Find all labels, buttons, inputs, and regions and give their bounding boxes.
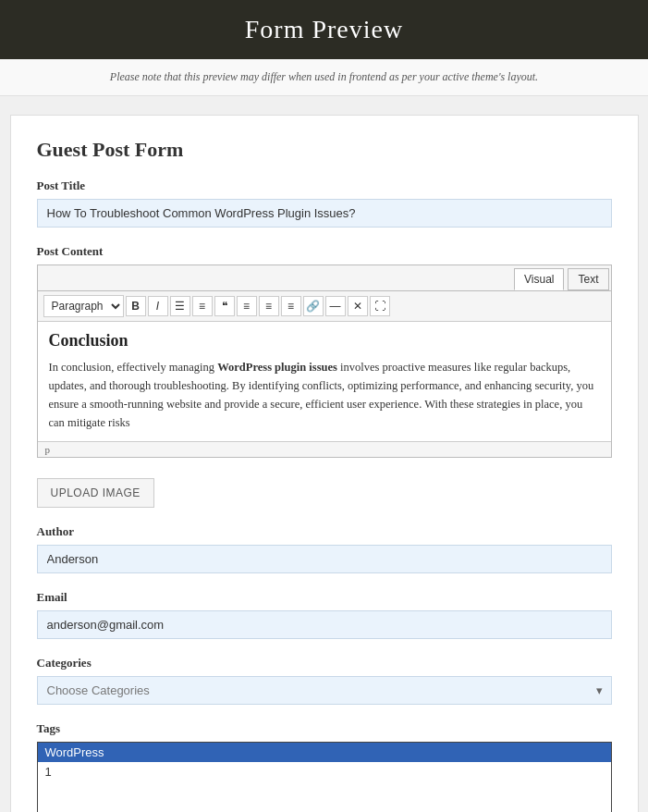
post-title-group: Post Title — [37, 178, 612, 228]
tab-visual[interactable]: Visual — [514, 268, 564, 290]
tags-group: Tags WordPress 1 — [37, 721, 612, 812]
editor-heading: Conclusion — [49, 331, 600, 351]
italic-btn[interactable]: I — [148, 296, 168, 316]
editor-status-bar: p — [38, 441, 611, 457]
editor-wrapper: Visual Text Paragraph B I ☰ ≡ ❝ ≡ ≡ ≡ 🔗 … — [37, 265, 612, 458]
post-title-input[interactable] — [37, 199, 612, 228]
categories-select-wrapper: Choose Categories — [37, 676, 612, 705]
post-title-label: Post Title — [37, 178, 612, 193]
hr-btn[interactable]: ― — [325, 296, 346, 316]
tab-text[interactable]: Text — [568, 268, 608, 290]
page-header: Form Preview — [0, 0, 648, 59]
editor-body[interactable]: Conclusion In conclusion, effectively ma… — [38, 322, 611, 441]
email-label: Email — [37, 590, 612, 605]
blockquote-btn[interactable]: ❝ — [214, 296, 235, 316]
form-title: Guest Post Form — [37, 138, 612, 162]
editor-status: p — [45, 444, 51, 455]
tag-1[interactable]: 1 — [38, 762, 611, 781]
categories-label: Categories — [37, 656, 612, 671]
email-input[interactable] — [37, 610, 612, 639]
editor-toolbar: Paragraph B I ☰ ≡ ❝ ≡ ≡ ≡ 🔗 ― ✕ ⛶ — [38, 291, 611, 322]
link-btn[interactable]: 🔗 — [303, 296, 324, 316]
upload-group: UPLOAD IMAGE — [37, 474, 612, 508]
author-input[interactable] — [37, 545, 612, 573]
align-right-btn[interactable]: ≡ — [281, 296, 301, 316]
align-left-btn[interactable]: ≡ — [237, 296, 257, 316]
form-container: Guest Post Form Post Title Post Content … — [10, 115, 639, 812]
post-content-label: Post Content — [37, 244, 612, 259]
email-group: Email — [37, 590, 612, 639]
tags-area[interactable]: WordPress 1 — [37, 742, 612, 812]
post-content-group: Post Content Visual Text Paragraph B I ☰… — [37, 244, 612, 458]
paragraph-select[interactable]: Paragraph — [43, 295, 124, 317]
editor-paragraph: In conclusion, effectively managing Word… — [49, 358, 600, 432]
author-label: Author — [37, 524, 612, 539]
editor-tabs: Visual Text — [38, 265, 611, 291]
ul-btn[interactable]: ☰ — [170, 296, 190, 316]
categories-select[interactable]: Choose Categories — [37, 676, 612, 705]
upload-image-button[interactable]: UPLOAD IMAGE — [37, 478, 154, 508]
tags-label: Tags — [37, 721, 612, 736]
page-title: Form Preview — [18, 15, 630, 44]
align-center-btn[interactable]: ≡ — [259, 296, 279, 316]
notice-text: Please note that this preview may differ… — [110, 70, 538, 83]
remove-btn[interactable]: ✕ — [348, 296, 368, 316]
ol-btn[interactable]: ≡ — [192, 296, 213, 316]
tag-wordpress[interactable]: WordPress — [38, 743, 611, 762]
editor-content: Conclusion In conclusion, effectively ma… — [38, 322, 611, 441]
bold-btn[interactable]: B — [126, 296, 146, 316]
categories-group: Categories Choose Categories — [37, 656, 612, 705]
notice-bar: Please note that this preview may differ… — [0, 59, 648, 96]
author-group: Author — [37, 524, 612, 573]
fullscreen-btn[interactable]: ⛶ — [370, 296, 390, 316]
